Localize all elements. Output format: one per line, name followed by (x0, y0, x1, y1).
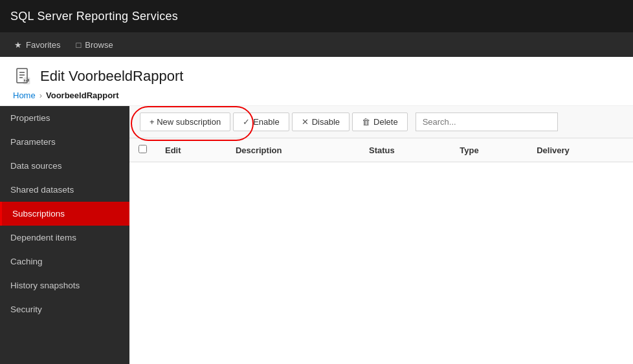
sidebar-item-properties[interactable]: Properties (0, 106, 129, 130)
enable-icon: ✓ (243, 117, 250, 127)
favorites-nav[interactable]: ★ Favorites (8, 36, 67, 54)
star-icon: ★ (14, 40, 22, 50)
select-all-header (129, 138, 156, 162)
favorites-label: Favorites (26, 40, 60, 50)
browse-label: Browse (85, 40, 113, 50)
table-header: Edit Description Status Type Delivery (129, 138, 633, 162)
disable-button[interactable]: ✕ Disable (292, 112, 350, 131)
content-area: + New subscription ✓ Enable ✕ Disable 🗑 … (129, 106, 633, 364)
new-subscription-button[interactable]: + New subscription (140, 112, 230, 131)
sidebar-item-history-snapshots[interactable]: History snapshots (0, 273, 129, 297)
enable-label: Enable (253, 117, 279, 127)
status-column-header: Status (360, 138, 450, 162)
sidebar-item-shared-datasets[interactable]: Shared datasets (0, 178, 129, 202)
disable-label: Disable (312, 117, 340, 127)
breadcrumb: Home › VoorbeeldRapport (13, 91, 620, 100)
page-title: Edit VoorbeeldRapport (40, 68, 183, 85)
sidebar-item-caching[interactable]: Caching (0, 250, 129, 273)
top-bar: SQL Server Reporting Services (0, 0, 633, 32)
delete-button[interactable]: 🗑 Delete (352, 112, 408, 131)
description-column-header: Description (227, 138, 360, 162)
breadcrumb-home-link[interactable]: Home (13, 91, 36, 100)
page-header: Edit VoorbeeldRapport Home › VoorbeeldRa… (0, 57, 633, 106)
sidebar: PropertiesParametersData sourcesShared d… (0, 106, 129, 364)
browse-icon: □ (76, 40, 81, 50)
report-icon (13, 66, 34, 87)
select-all-checkbox[interactable] (139, 145, 147, 153)
sidebar-item-dependent-items[interactable]: Dependent items (0, 226, 129, 250)
breadcrumb-separator: › (39, 91, 42, 100)
main-layout: PropertiesParametersData sourcesShared d… (0, 106, 633, 364)
edit-column-header: Edit (156, 138, 227, 162)
toolbar: + New subscription ✓ Enable ✕ Disable 🗑 … (129, 106, 633, 138)
browse-nav[interactable]: □ Browse (69, 36, 119, 54)
subscriptions-table-area: Edit Description Status Type Delivery (129, 138, 633, 162)
trash-icon: 🗑 (362, 117, 370, 127)
search-input[interactable] (416, 112, 558, 131)
app-title: SQL Server Reporting Services (10, 10, 178, 23)
nav-bar: ★ Favorites □ Browse (0, 32, 633, 57)
delete-label: Delete (373, 117, 398, 127)
delivery-column-header: Delivery (528, 138, 633, 162)
sidebar-item-security[interactable]: Security (0, 297, 129, 321)
type-column-header: Type (450, 138, 528, 162)
enable-button[interactable]: ✓ Enable (233, 112, 289, 131)
breadcrumb-current: VoorbeeldRapport (46, 91, 118, 100)
sidebar-item-data-sources[interactable]: Data sources (0, 154, 129, 178)
subscriptions-table: Edit Description Status Type Delivery (129, 138, 633, 162)
disable-icon: ✕ (302, 117, 309, 127)
sidebar-item-parameters[interactable]: Parameters (0, 130, 129, 154)
sidebar-item-subscriptions[interactable]: Subscriptions (0, 202, 129, 226)
